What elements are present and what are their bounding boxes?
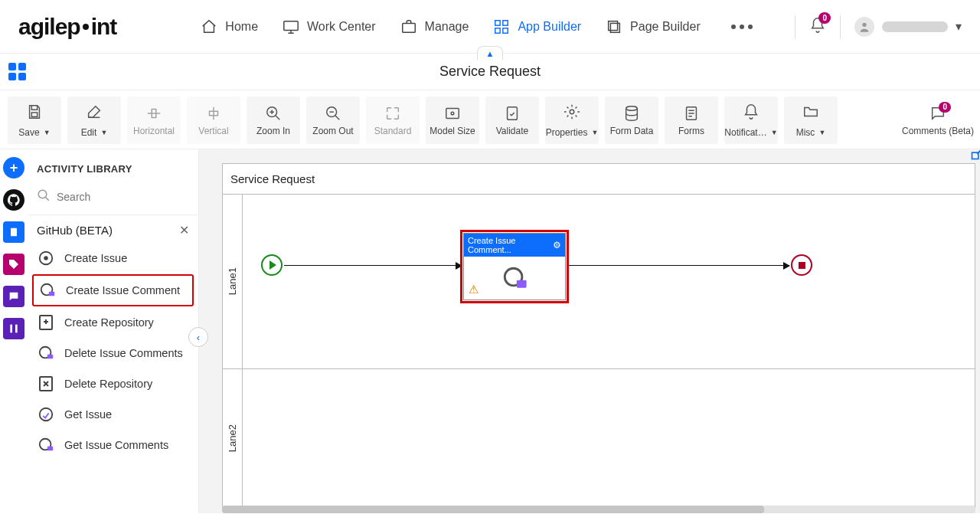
model-size-button[interactable]: Model Size	[426, 97, 479, 144]
edit-button[interactable]: Edit▼	[67, 97, 121, 144]
task-create-issue-comment[interactable]: Create Issue Comment... ⚙ ⚠	[460, 230, 569, 303]
task-header: Create Issue Comment... ⚙	[464, 234, 565, 257]
expand-icon[interactable]	[969, 149, 980, 162]
model-size-icon	[444, 105, 461, 122]
activity-create-repository[interactable]: Create Repository	[32, 308, 194, 337]
home-icon	[201, 18, 217, 35]
misc-button[interactable]: Misc▼	[784, 97, 838, 144]
issue-comment-icon	[38, 281, 57, 300]
save-button[interactable]: Save▼	[8, 97, 61, 144]
svg-point-15	[451, 112, 454, 115]
lane-1-label: Lane1	[223, 195, 243, 368]
svg-point-23	[38, 190, 47, 198]
task-title: Create Issue Comment...	[468, 236, 550, 254]
properties-button[interactable]: Properties▼	[545, 97, 599, 144]
chevron-down-icon: ▼	[771, 129, 778, 136]
gear-icon[interactable]: ⚙	[553, 240, 561, 250]
activity-label: Delete Repository	[64, 378, 152, 391]
comments-button[interactable]: 0 Comments (Beta)	[903, 97, 972, 144]
issue-get-icon	[37, 405, 55, 424]
edit-label: Edit	[81, 128, 97, 137]
validate-button[interactable]: Validate	[485, 97, 539, 144]
nav-app-builder[interactable]: App Builder	[493, 18, 581, 35]
lane-2[interactable]: Lane2	[223, 369, 975, 508]
nav-page-builder[interactable]: Page Builder	[606, 18, 701, 35]
notifications-label: Notificat…	[724, 128, 766, 137]
validate-label: Validate	[496, 126, 528, 136]
activity-delete-issue-comments[interactable]: Delete Issue Comments	[32, 339, 194, 368]
apps-switcher[interactable]	[3, 58, 31, 86]
divider	[795, 15, 795, 38]
activity-search-input[interactable]	[57, 191, 191, 203]
process-canvas[interactable]: Service Request Lane1 Create Issue Comme…	[222, 163, 975, 509]
rail-tag-button[interactable]	[3, 254, 24, 275]
folder-icon	[802, 103, 819, 120]
notifications-button[interactable]: Notificat…▼	[724, 97, 778, 144]
comments-label: Comments (Beta)	[902, 126, 974, 136]
rail-add-button[interactable]: +	[3, 157, 24, 178]
activity-get-issue[interactable]: Get Issue	[32, 400, 194, 429]
align-horizontal-icon	[145, 105, 162, 122]
comment-icon: 0	[929, 105, 946, 122]
svg-rect-0	[284, 21, 298, 30]
lane-1[interactable]: Lane1 Create Issue Comment... ⚙ ⚠	[223, 195, 975, 369]
activity-create-issue[interactable]: Create Issue	[32, 244, 194, 273]
activity-label: Create Repository	[64, 316, 154, 329]
notifications-bell[interactable]: 0	[809, 17, 826, 37]
svg-rect-14	[446, 109, 459, 119]
scrollbar-thumb[interactable]	[222, 506, 764, 513]
nav-manage[interactable]: Manage	[400, 18, 469, 35]
chevron-down-icon: ▼	[44, 129, 51, 136]
activity-label: Create Issue Comment	[66, 284, 180, 297]
issue-comments-get-icon	[37, 436, 55, 454]
start-node[interactable]	[261, 254, 283, 276]
panel-collapse-handle[interactable]: ‹	[188, 327, 208, 347]
zoom-out-button[interactable]: Zoom Out	[306, 97, 360, 144]
activity-get-issue-comments[interactable]: Get Issue Comments	[32, 431, 194, 460]
svg-point-8	[862, 22, 866, 26]
toolbar: Save▼ Edit▼ Horizontal Vertical Zoom In …	[0, 90, 980, 149]
nav-work-center-label: Work Center	[307, 20, 376, 34]
user-menu[interactable]: ▾	[854, 17, 962, 37]
nav-work-center[interactable]: Work Center	[283, 18, 376, 35]
close-icon[interactable]: ✕	[179, 223, 189, 237]
edit-icon	[86, 103, 103, 120]
rail-columns-button[interactable]	[3, 318, 24, 339]
standard-button: Standard	[366, 97, 420, 144]
zoom-in-button[interactable]: Zoom In	[247, 97, 300, 144]
form-data-label: Form Data	[610, 126, 654, 136]
user-name-redacted	[882, 21, 948, 32]
activity-label: Delete Issue Comments	[64, 347, 183, 360]
monitor-icon	[283, 18, 299, 35]
swimlanes: Lane1 Create Issue Comment... ⚙ ⚠	[223, 195, 975, 508]
copy-icon	[606, 18, 622, 35]
chevron-down-icon: ▼	[818, 129, 825, 136]
activity-label: Get Issue Comments	[64, 439, 168, 452]
rail-clipboard-button[interactable]	[3, 221, 24, 243]
activity-group-label: GitHub (BETA)	[37, 224, 113, 237]
horizontal-label: Horizontal	[133, 126, 175, 136]
activity-delete-repository[interactable]: Delete Repository	[32, 369, 194, 398]
canvas-area[interactable]: Service Request Lane1 Create Issue Comme…	[199, 149, 980, 513]
collapse-tab[interactable]: ▲	[477, 46, 503, 60]
nav-manage-label: Manage	[425, 20, 469, 34]
bell-icon	[743, 103, 760, 120]
svg-rect-3	[503, 20, 508, 25]
rail-github-button[interactable]	[3, 189, 24, 211]
flow-arrow-1	[284, 265, 462, 266]
validate-icon	[504, 105, 521, 122]
rail-chat-button[interactable]	[3, 286, 24, 307]
forms-button[interactable]: Forms	[665, 97, 718, 144]
brand-logo: agilepint	[18, 14, 116, 40]
svg-rect-20	[11, 228, 17, 237]
canvas-horizontal-scrollbar[interactable]	[222, 506, 975, 513]
repo-delete-icon	[37, 375, 55, 393]
end-node[interactable]	[791, 254, 812, 276]
activity-create-issue-comment[interactable]: Create Issue Comment	[32, 274, 194, 306]
nav-more[interactable]	[731, 25, 753, 29]
nav-home[interactable]: Home	[201, 18, 258, 35]
svg-rect-7	[609, 21, 618, 30]
form-data-button[interactable]: Form Data	[605, 97, 658, 144]
svg-rect-30	[47, 355, 53, 359]
svg-rect-22	[15, 325, 18, 333]
